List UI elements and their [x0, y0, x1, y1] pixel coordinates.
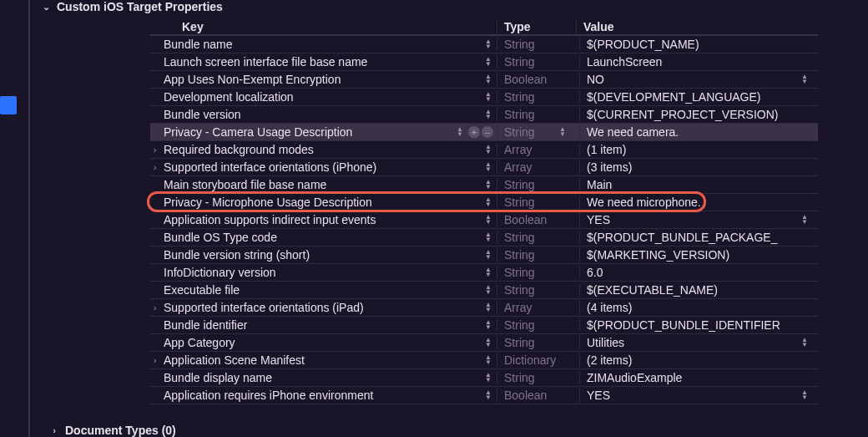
value-cell[interactable]: Main	[576, 178, 818, 191]
type-stepper[interactable]: ▲▼	[558, 124, 568, 140]
type-cell[interactable]: String	[497, 283, 576, 297]
value-stepper[interactable]: ▲▼	[800, 388, 810, 403]
key-stepper[interactable]: ▲▼	[483, 388, 493, 403]
key-stepper[interactable]: ▲▼	[483, 195, 493, 210]
key-stepper[interactable]: ▲▼	[483, 370, 493, 385]
key-stepper[interactable]: ▲▼	[483, 353, 493, 368]
type-cell[interactable]: Boolean	[497, 213, 576, 226]
section-header[interactable]: ⌄ Custom iOS Target Properties	[42, 0, 868, 18]
table-row[interactable]: Bundle identifier▲▼String$(PRODUCT_BUNDL…	[150, 317, 818, 334]
key-stepper[interactable]: ▲▼	[483, 89, 493, 104]
sidebar-selection-indicator[interactable]	[0, 96, 17, 114]
key-stepper[interactable]: ▲▼	[483, 300, 493, 315]
key-cell[interactable]: Bundle name▲▼	[150, 36, 497, 53]
type-cell[interactable]: String▲▼	[497, 124, 576, 140]
key-cell[interactable]: Main storyboard file base name▲▼	[150, 176, 497, 193]
key-stepper[interactable]: ▲▼	[483, 265, 493, 280]
table-row[interactable]: Executable file▲▼String$(EXECUTABLE_NAME…	[150, 282, 818, 299]
key-stepper[interactable]: ▲▼	[483, 142, 493, 157]
table-row[interactable]: App Uses Non-Exempt Encryption▲▼BooleanN…	[150, 71, 818, 89]
key-stepper[interactable]: ▲▼	[455, 124, 465, 140]
key-cell[interactable]: Bundle version string (short)▲▼	[150, 246, 497, 263]
type-cell[interactable]: String	[497, 178, 576, 191]
chevron-right-icon[interactable]: ›	[154, 145, 164, 155]
key-stepper[interactable]: ▲▼	[483, 318, 493, 333]
table-row[interactable]: Bundle version string (short)▲▼String$(M…	[150, 246, 818, 264]
type-cell[interactable]: String	[497, 231, 576, 244]
chevron-right-icon[interactable]: ›	[154, 303, 164, 313]
value-cell[interactable]: We need camera.	[576, 125, 818, 139]
key-stepper[interactable]: ▲▼	[483, 212, 493, 227]
value-cell[interactable]: (4 items)	[576, 301, 818, 314]
table-row[interactable]: ›Supported interface orientations (iPad)…	[150, 299, 818, 317]
key-cell[interactable]: ›Application Scene Manifest▲▼	[150, 352, 497, 368]
table-row[interactable]: Bundle name▲▼String$(PRODUCT_NAME)	[150, 36, 818, 53]
chevron-right-icon[interactable]: ›	[154, 163, 164, 172]
value-cell[interactable]: YES▲▼	[576, 388, 818, 403]
value-stepper[interactable]: ▲▼	[800, 335, 810, 350]
type-cell[interactable]: String	[497, 248, 576, 262]
value-cell[interactable]: YES▲▼	[576, 212, 818, 227]
type-cell[interactable]: Array	[497, 143, 576, 156]
type-cell[interactable]: String	[497, 55, 576, 69]
type-cell[interactable]: String	[497, 336, 576, 349]
key-stepper[interactable]: ▲▼	[483, 247, 493, 262]
add-row-button[interactable]: +	[468, 126, 480, 138]
key-stepper[interactable]: ▲▼	[483, 107, 493, 122]
key-stepper[interactable]: ▲▼	[483, 72, 493, 87]
value-stepper[interactable]: ▲▼	[800, 72, 810, 87]
value-cell[interactable]: (1 item)	[576, 143, 818, 156]
table-row[interactable]: InfoDictionary version▲▼String6.0	[150, 264, 818, 282]
key-cell[interactable]: ›Supported interface orientations (iPad)…	[150, 299, 497, 316]
table-row[interactable]: ›Supported interface orientations (iPhon…	[150, 159, 818, 176]
value-cell[interactable]: (3 items)	[576, 160, 818, 174]
key-cell[interactable]: App Uses Non-Exempt Encryption▲▼	[150, 71, 497, 88]
type-cell[interactable]: String	[497, 38, 576, 51]
table-row[interactable]: Application supports indirect input even…	[150, 211, 818, 229]
key-cell[interactable]: Executable file▲▼	[150, 282, 497, 298]
table-row[interactable]: Development localization▲▼String$(DEVELO…	[150, 89, 818, 106]
key-cell[interactable]: Bundle display name▲▼	[150, 369, 497, 386]
key-cell[interactable]: App Category▲▼	[150, 334, 497, 351]
key-stepper[interactable]: ▲▼	[483, 335, 493, 350]
value-cell[interactable]: $(DEVELOPMENT_LANGUAGE)	[576, 90, 818, 104]
table-row[interactable]: Application requires iPhone environment▲…	[150, 387, 818, 404]
col-value[interactable]: Value	[576, 20, 818, 33]
key-cell[interactable]: Bundle OS Type code▲▼	[150, 229, 497, 246]
type-cell[interactable]: Dictionary	[497, 353, 576, 367]
footer-section[interactable]: › Document Types (0)	[50, 424, 176, 437]
value-cell[interactable]: $(PRODUCT_BUNDLE_IDENTIFIER	[576, 318, 818, 332]
key-stepper[interactable]: ▲▼	[483, 160, 493, 175]
table-row[interactable]: App Category▲▼StringUtilities▲▼	[150, 334, 818, 352]
table-row[interactable]: ›Application Scene Manifest▲▼Dictionary(…	[150, 352, 818, 369]
value-cell[interactable]: (2 items)	[576, 353, 818, 367]
value-cell[interactable]: $(EXECUTABLE_NAME)	[576, 283, 818, 297]
key-cell[interactable]: Bundle version▲▼	[150, 106, 497, 123]
chevron-right-icon[interactable]: ›	[154, 356, 164, 365]
key-cell[interactable]: ›Supported interface orientations (iPhon…	[150, 159, 497, 175]
type-cell[interactable]: String	[497, 196, 576, 209]
type-cell[interactable]: Array	[497, 160, 576, 174]
type-cell[interactable]: String	[497, 90, 576, 104]
value-cell[interactable]: Utilities▲▼	[576, 335, 818, 350]
value-cell[interactable]: $(PRODUCT_NAME)	[576, 38, 818, 51]
type-cell[interactable]: Boolean	[497, 389, 576, 402]
key-cell[interactable]: Privacy - Camera Usage Description▲▼+–	[150, 124, 497, 140]
value-cell[interactable]: 6.0	[576, 266, 818, 279]
table-row[interactable]: Launch screen interface file base name▲▼…	[150, 53, 818, 71]
key-cell[interactable]: Development localization▲▼	[150, 89, 497, 105]
table-row[interactable]: Privacy - Microphone Usage Description▲▼…	[150, 194, 818, 211]
col-key[interactable]: Key	[150, 20, 497, 33]
key-cell[interactable]: ›Required background modes▲▼	[150, 141, 497, 158]
key-cell[interactable]: Launch screen interface file base name▲▼	[150, 53, 497, 70]
key-stepper[interactable]: ▲▼	[483, 230, 493, 245]
value-cell[interactable]: We need microphone.	[576, 196, 818, 209]
value-cell[interactable]: NO▲▼	[576, 72, 818, 87]
value-stepper[interactable]: ▲▼	[800, 212, 810, 227]
value-cell[interactable]: ZIMAudioExample	[576, 371, 818, 384]
type-cell[interactable]: Boolean	[497, 73, 576, 86]
table-row[interactable]: Privacy - Camera Usage Description▲▼+–St…	[150, 124, 818, 141]
key-stepper[interactable]: ▲▼	[483, 54, 493, 69]
key-stepper[interactable]: ▲▼	[483, 37, 493, 52]
value-cell[interactable]: LaunchScreen	[576, 55, 818, 69]
